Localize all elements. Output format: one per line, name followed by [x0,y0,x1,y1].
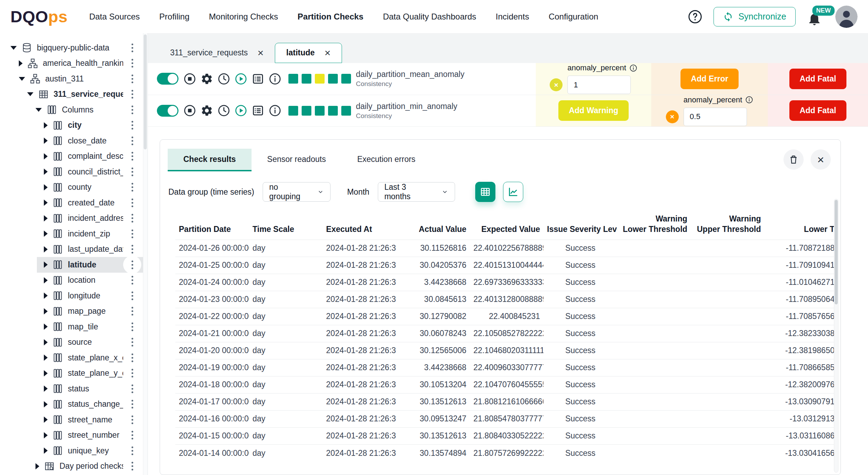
tree-item[interactable]: state_plane_x_coordir [0,350,148,366]
nav-item[interactable]: Profiling [159,12,190,22]
anomaly-percent-input[interactable] [567,76,631,94]
info-icon[interactable] [269,72,281,85]
tree-expander-caret-icon[interactable] [44,262,48,268]
add-warning-button[interactable]: Add Warning [558,100,629,121]
add-error-button[interactable]: Add Error [680,69,739,89]
add-fatal-button[interactable]: Add Fatal [789,69,847,89]
nav-item[interactable]: Monitoring Checks [209,12,278,22]
nav-item[interactable]: Configuration [549,12,598,22]
stop-icon[interactable] [183,104,196,117]
sidebar-scrollbar[interactable] [143,33,148,475]
tree-expander-caret-icon[interactable] [19,60,23,67]
tree-item[interactable]: complaint_description [0,149,148,164]
tree-item[interactable]: location [0,273,148,288]
tree-item[interactable]: map_tile [0,319,148,335]
tree-item[interactable]: america_health_rankings [0,56,148,71]
tree-expander-caret-icon[interactable] [44,370,48,376]
tree-expander-caret-icon[interactable] [44,200,48,206]
tree-expander-caret-icon[interactable] [44,184,48,190]
tree-expander-caret-icon[interactable] [35,108,42,112]
tree-expander-caret-icon[interactable] [44,169,48,175]
notifications-bell-icon[interactable]: NEW [807,7,824,26]
tree-expander-caret-icon[interactable] [44,401,48,407]
dqops-logo[interactable]: DQOps [10,7,67,26]
info-icon[interactable] [269,104,281,117]
table-view-button[interactable] [475,182,495,202]
tree-item[interactable]: longitude [0,288,148,304]
tree-item[interactable]: last_update_date [0,242,148,257]
document-tab[interactable]: 311_service_requests × [159,43,275,63]
avatar[interactable] [835,6,858,28]
nav-item[interactable]: Incidents [496,12,529,22]
tree-item[interactable]: county [0,180,148,195]
results-tab[interactable]: Sensor readouts [252,149,342,171]
tree-expander-caret-icon[interactable] [44,339,48,345]
tree-item[interactable]: austin_311 [0,71,148,87]
check-toggle[interactable] [157,105,178,117]
tree-expander-caret-icon[interactable] [44,246,48,252]
close-tab-icon[interactable]: × [257,48,264,58]
schedule-clock-icon[interactable] [217,104,230,117]
tree-expander-caret-icon[interactable] [27,92,33,96]
tree-expander-caret-icon[interactable] [44,308,48,314]
tree-item[interactable]: status_change_date [0,397,148,412]
tree-expander-caret-icon[interactable] [44,215,48,221]
tree-item[interactable]: street_number [0,428,148,443]
tree-expander-caret-icon[interactable] [44,138,48,144]
chart-view-button[interactable] [503,182,523,202]
kebab-menu-icon[interactable] [123,457,141,475]
tree-expander-caret-icon[interactable] [35,463,39,469]
results-tab[interactable]: Check results [168,149,252,171]
close-tab-icon[interactable]: × [325,48,331,58]
tree-item[interactable]: close_date [0,133,148,149]
tree-item[interactable]: bigquery-public-data [0,40,148,56]
tree-expander-caret-icon[interactable] [44,355,48,361]
remove-error-rule-icon[interactable]: × [666,110,679,123]
month-select[interactable]: Last 3 months [378,182,455,202]
tree-expander-caret-icon[interactable] [44,416,48,423]
run-check-play-icon[interactable] [234,104,247,117]
tree-item[interactable]: map_page [0,304,148,319]
tree-expander-caret-icon[interactable] [44,324,48,330]
tree-expander-caret-icon[interactable] [44,293,48,299]
tree-expander-caret-icon[interactable] [44,153,48,159]
stop-icon[interactable] [183,72,196,85]
nav-item[interactable]: Data Quality Dashboards [383,12,476,22]
document-tab[interactable]: latitude × [275,43,342,63]
help-icon[interactable] [688,9,702,24]
tree-item[interactable]: status [0,381,148,397]
run-check-play-icon[interactable] [234,72,247,85]
tree-expander-caret-icon[interactable] [44,386,48,392]
tree-item[interactable]: unique_key [0,443,148,459]
settings-gear-icon[interactable] [200,104,213,117]
tree-item[interactable]: city [0,118,148,133]
tree-item[interactable]: state_plane_y_coordir [0,366,148,381]
tree-item[interactable]: incident_address [0,211,148,226]
tree-item[interactable]: incident_zip [0,226,148,242]
tree-item[interactable]: created_date [0,195,148,211]
tree-expander-caret-icon[interactable] [44,122,48,129]
nav-item[interactable]: Data Sources [89,12,140,22]
tree-expander-caret-icon[interactable] [44,447,48,454]
synchronize-button[interactable]: Synchronize [714,7,796,26]
tree-expander-caret-icon[interactable] [44,231,48,237]
tree-expander-caret-icon[interactable] [44,432,48,438]
tree-expander-caret-icon[interactable] [44,277,48,283]
tree-item[interactable]: latitude [0,257,148,273]
close-results-button[interactable]: × [811,149,831,170]
add-fatal-button[interactable]: Add Fatal [789,100,847,121]
settings-gear-icon[interactable] [200,72,213,85]
data-group-select[interactable]: no grouping [263,182,331,202]
check-toggle[interactable] [157,73,178,85]
param-info-icon[interactable] [745,96,753,104]
tree-item[interactable]: source [0,335,148,350]
tree-item[interactable]: street_name [0,412,148,428]
results-tab[interactable]: Execution errors [342,149,431,171]
tree-item[interactable]: council_district_code [0,164,148,180]
remove-warning-rule-icon[interactable]: × [550,78,563,91]
schedule-clock-icon[interactable] [217,72,230,85]
nav-item[interactable]: Partition Checks [297,12,363,22]
results-scrollbar[interactable] [834,199,838,473]
tree-expander-caret-icon[interactable] [10,46,17,50]
tree-item[interactable]: 311_service_requests [0,87,148,102]
